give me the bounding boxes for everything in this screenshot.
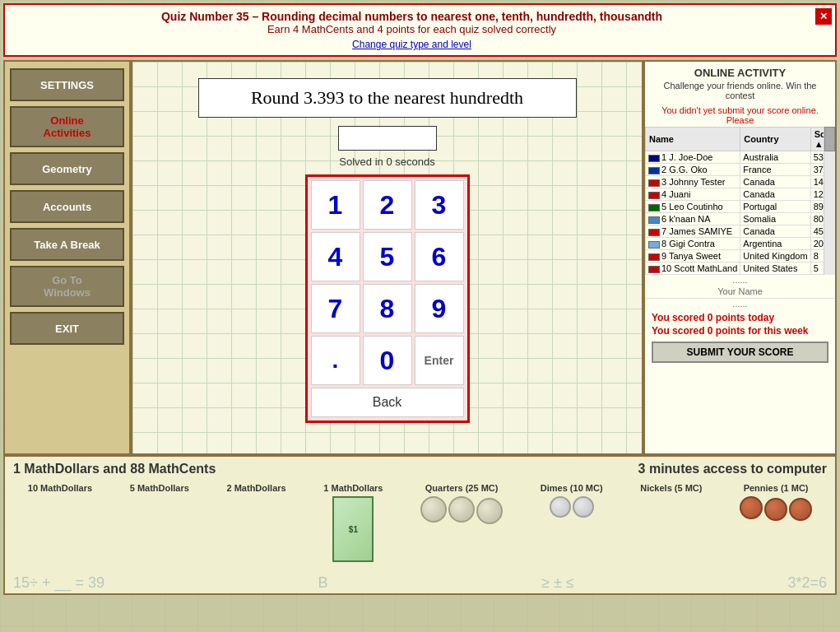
main-layout: SETTINGS OnlineActivities Geometry Accou… <box>3 60 837 455</box>
leaderboard-table: Name Country Score ▲ 1 J. Joe-Doe Austra… <box>645 127 824 275</box>
flag-icon <box>648 155 660 162</box>
table-row: 9 Tanya Sweet United Kingdom 8 <box>646 250 824 263</box>
lb-country: Somalia <box>740 213 810 225</box>
numpad-enter[interactable]: Enter <box>415 336 464 385</box>
settings-button[interactable]: SETTINGS <box>10 68 124 101</box>
exit-button[interactable]: EXIT <box>10 312 124 345</box>
coin-group-nickel: Nickels (5 MC) <box>640 483 702 493</box>
break-button[interactable]: Take A Break <box>10 228 124 261</box>
flag-icon <box>648 253 660 261</box>
coin-label-quarter: Quarters (25 MC) <box>425 483 499 493</box>
numpad-2[interactable]: 2 <box>363 180 412 230</box>
lb-name: 9 Tanya Sweet <box>646 250 740 263</box>
numpad-4[interactable]: 4 <box>311 232 360 281</box>
lb-score: 8 <box>810 250 824 263</box>
windows-button[interactable]: Go ToWindows <box>10 266 124 307</box>
flag-icon <box>648 192 660 199</box>
time-text: 3 minutes access to computer <box>638 462 827 476</box>
online-panel: ONLINE ACTIVITY Challenge your friends o… <box>643 60 837 455</box>
col-country: Country <box>740 128 810 151</box>
lb-country: Canada <box>740 225 810 238</box>
close-button[interactable]: ✕ <box>815 8 832 25</box>
numpad-7[interactable]: 7 <box>311 284 360 333</box>
dots-below: ...... <box>645 299 835 309</box>
lb-score: 5 <box>810 263 824 275</box>
coin-label-dime: Dimes (10 MC) <box>541 483 603 493</box>
score-week: You scored 0 points for this week <box>652 325 828 337</box>
numpad-5[interactable]: 5 <box>363 232 412 281</box>
lb-score: 532 <box>810 151 824 164</box>
table-row: 8 Gigi Contra Argentina 20 <box>646 238 824 250</box>
answer-input[interactable] <box>338 126 437 151</box>
flag-icon <box>648 167 660 174</box>
table-row: 6 k'naan NA Somalia 80 <box>646 213 824 225</box>
numpad: 1 2 3 4 5 6 7 8 9 . 0 Enter Back <box>305 174 470 423</box>
money-row: 1 MathDollars and 88 MathCents 3 minutes… <box>13 462 827 476</box>
lb-score: 20 <box>810 238 824 250</box>
numpad-6[interactable]: 6 <box>415 232 464 281</box>
coins-row: 10 MathDollars 5 MathDollars 2 MathDolla… <box>13 483 827 562</box>
quarter-coin-3 <box>476 498 503 524</box>
math-decorations: 15÷ + __ = 39 B ≥ ± ≤ 3*2=6 <box>13 574 827 592</box>
sidebar: SETTINGS OnlineActivities Geometry Accou… <box>3 60 131 455</box>
money-text: 1 MathDollars and 88 MathCents <box>13 462 216 476</box>
coin-group-10: 10 MathDollars <box>28 483 92 493</box>
flag-icon <box>648 241 660 249</box>
lb-score: 145 <box>810 176 824 188</box>
coin-group-penny: Pennies (1 MC) <box>740 483 812 521</box>
lb-country: France <box>740 164 810 176</box>
numpad-1[interactable]: 1 <box>311 180 360 230</box>
leaderboard-scrollbar[interactable] <box>824 127 835 275</box>
lb-name: 6 k'naan NA <box>646 213 740 225</box>
submit-score-button[interactable]: SUBMIT YOUR SCORE <box>652 342 828 363</box>
lb-country: Portugal <box>740 201 810 213</box>
online-activity-title: ONLINE ACTIVITY <box>645 62 835 81</box>
lb-name: 2 G.G. Oko <box>646 164 740 176</box>
coin-label-10: 10 MathDollars <box>28 483 92 493</box>
lb-score: 372 <box>810 164 824 176</box>
accounts-button[interactable]: Accounts <box>10 190 124 223</box>
dots-above: ...... <box>645 275 835 285</box>
table-row: 2 G.G. Oko France 372 <box>646 164 824 176</box>
numpad-3[interactable]: 3 <box>415 180 464 230</box>
lb-score: 89 <box>810 201 824 213</box>
dollar-bill: $1 <box>332 496 374 562</box>
coin-label-2: 2 MathDollars <box>227 483 286 493</box>
lb-name: 1 J. Joe-Doe <box>646 151 740 164</box>
quarter-coin-2 <box>448 496 475 523</box>
numpad-dot[interactable]: . <box>311 336 360 385</box>
score-section: You scored 0 points today You scored 0 p… <box>645 309 835 366</box>
header: ✕ Quiz Number 35 – Rounding decimal numb… <box>3 3 837 57</box>
flag-icon <box>648 179 660 187</box>
dime-coin-1 <box>550 496 571 518</box>
numpad-0[interactable]: 0 <box>363 336 412 385</box>
quiz-area: Round 3.393 to the nearest hundredth Sol… <box>131 60 643 455</box>
change-quiz-link[interactable]: Change quiz type and level <box>13 39 810 50</box>
numpad-8[interactable]: 8 <box>363 284 412 333</box>
lb-country: Canada <box>740 176 810 188</box>
table-row: 4 Juani Canada 120 <box>646 188 824 201</box>
score-today: You scored 0 points today <box>652 312 828 323</box>
quarter-coin-1 <box>420 496 447 523</box>
leaderboard-wrapper: Name Country Score ▲ 1 J. Joe-Doe Austra… <box>645 127 835 275</box>
math-deco-2: B <box>318 574 328 592</box>
geometry-button[interactable]: Geometry <box>10 152 124 185</box>
scrollbar-thumb[interactable] <box>824 127 835 151</box>
math-deco-1: 15÷ + __ = 39 <box>13 574 104 592</box>
lb-score: 45 <box>810 225 824 238</box>
lb-name: 8 Gigi Contra <box>646 238 740 250</box>
windows-label: Go ToWindows <box>44 274 90 299</box>
online-activity-subtitle: Challenge your friends online. Win the c… <box>645 81 835 104</box>
lb-name: 4 Juani <box>646 188 740 201</box>
coin-group-quarter: Quarters (25 MC) <box>420 483 503 524</box>
online-activities-button[interactable]: OnlineActivities <box>10 106 124 147</box>
coin-label-1: 1 MathDollars <box>323 483 383 493</box>
coin-label-penny: Pennies (1 MC) <box>744 483 809 493</box>
coin-group-5: 5 MathDollars <box>130 483 189 493</box>
back-button[interactable]: Back <box>311 388 464 417</box>
bill-image: $1 <box>332 496 374 562</box>
dime-coin-2 <box>573 496 594 518</box>
numpad-9[interactable]: 9 <box>415 284 464 333</box>
coin-label-nickel: Nickels (5 MC) <box>640 483 702 493</box>
math-deco-4: 3*2=6 <box>787 574 827 592</box>
